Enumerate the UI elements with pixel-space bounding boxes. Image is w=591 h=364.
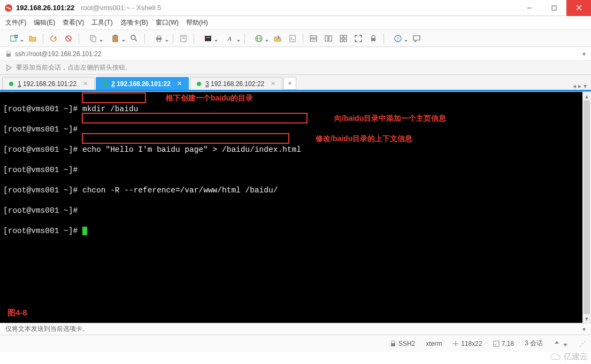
address-url[interactable]: ssh://root@192.168.26.101:22 — [15, 50, 574, 58]
tab-close-icon[interactable]: ✕ — [271, 80, 275, 87]
address-bar: ssh://root@192.168.26.101:22 ▾ — [0, 47, 591, 61]
menu-bar: 文件(F) 编辑(E) 查看(V) 工具(T) 选项卡(B) 窗口(W) 帮助(… — [0, 16, 591, 30]
tile-vertical-button[interactable] — [321, 32, 335, 45]
title-sub: root@vms001:~ - Xshell 5 — [81, 4, 161, 12]
separator — [244, 33, 245, 44]
status-dot-icon — [103, 82, 107, 86]
reconnect-button[interactable] — [47, 32, 60, 45]
paste-button[interactable] — [105, 32, 126, 45]
separator — [173, 33, 173, 44]
svg-rect-33 — [310, 39, 317, 41]
separator — [194, 33, 194, 44]
separator — [303, 33, 303, 44]
minimize-button[interactable] — [517, 0, 542, 16]
svg-line-10 — [67, 37, 70, 40]
add-tab-button[interactable]: + — [283, 77, 296, 90]
svg-rect-2 — [552, 6, 556, 10]
separator — [144, 33, 145, 44]
svg-rect-19 — [157, 40, 160, 42]
lock-button[interactable] — [366, 32, 380, 45]
svg-point-26 — [209, 36, 211, 38]
encoding-button[interactable] — [248, 32, 270, 45]
add-session-arrow-icon[interactable] — [5, 64, 13, 72]
annotation-1: 根下创建一个baidu的目录 — [166, 93, 253, 103]
toolbar: A ? — [0, 30, 591, 47]
annotation-3: 修改/baidu目录的上下文信息 — [316, 134, 412, 144]
maximize-button[interactable] — [542, 0, 566, 16]
scroll-down-icon[interactable]: ▼ — [582, 314, 591, 323]
feedback-button[interactable] — [410, 32, 424, 45]
svg-rect-18 — [157, 36, 160, 38]
address-dropdown-icon[interactable]: ▾ — [577, 50, 591, 58]
xftp-button[interactable] — [271, 32, 285, 45]
properties-button[interactable] — [176, 32, 190, 45]
title-ip: 192.168.26.101:22 — [16, 4, 74, 12]
terminal-area: [root@vms001 ~]# mkdir /baidu [root@vms0… — [0, 92, 591, 323]
tab-close-icon[interactable]: ✕ — [83, 80, 88, 87]
hint-text: 要添加当前会话，点击左侧的箭头按钮。 — [16, 63, 132, 72]
scroll-track[interactable] — [582, 100, 591, 314]
new-session-button[interactable] — [3, 32, 25, 45]
status-dot-icon — [197, 82, 201, 86]
svg-point-15 — [131, 35, 135, 40]
fullscreen-button[interactable] — [351, 32, 365, 45]
close-button[interactable] — [566, 0, 591, 16]
menu-edit[interactable]: 编辑(E) — [34, 18, 55, 27]
lock-icon — [5, 51, 12, 57]
svg-text:?: ? — [397, 36, 400, 42]
copy-button[interactable] — [82, 32, 104, 45]
tab-row: 1 192.168.26.101:22 ✕ 2 192.168.26.101:2… — [0, 75, 591, 92]
svg-rect-35 — [329, 36, 332, 41]
svg-rect-38 — [340, 39, 343, 42]
hint-bar: 要添加当前会话，点击左侧的箭头按钮。 — [0, 61, 591, 75]
menu-tools[interactable]: 工具(T) — [91, 18, 112, 27]
app-icon — [4, 4, 13, 12]
svg-rect-14 — [114, 35, 117, 36]
font-button[interactable]: A — [220, 32, 241, 45]
svg-rect-32 — [310, 36, 317, 38]
color-scheme-button[interactable] — [197, 32, 219, 45]
svg-rect-12 — [92, 37, 96, 42]
svg-point-24 — [206, 36, 208, 38]
separator — [79, 33, 79, 44]
svg-rect-31 — [290, 35, 295, 42]
svg-rect-40 — [371, 38, 375, 41]
tab-next-icon[interactable]: ▸ — [578, 82, 581, 90]
tab-nav: ◂ ▸ ▾ — [573, 82, 591, 90]
tab-1[interactable]: 1 192.168.26.101:22 ✕ — [2, 77, 95, 90]
open-button[interactable] — [26, 32, 40, 45]
active-tab-stripe — [0, 90, 591, 91]
menu-view[interactable]: 查看(V) — [63, 18, 84, 27]
tab-prev-icon[interactable]: ◂ — [573, 82, 576, 90]
annotation-2: 向/baidu目录中添加一个主页信息 — [334, 113, 446, 123]
scrollbar[interactable]: ▲ ▼ — [582, 92, 591, 323]
tab-3[interactable]: 3 192.168.26.102:22 ✕ — [190, 77, 282, 90]
menu-help[interactable]: 帮助(H) — [186, 18, 208, 27]
figure-label: 图4-8 — [7, 307, 27, 317]
cursor — [82, 227, 87, 235]
svg-line-16 — [135, 39, 137, 41]
terminal[interactable]: [root@vms001 ~]# mkdir /baidu [root@vms0… — [0, 92, 591, 323]
menu-window[interactable]: 窗口(W) — [156, 18, 179, 27]
tile-grid-button[interactable] — [336, 32, 350, 45]
svg-rect-34 — [325, 36, 328, 41]
svg-rect-13 — [113, 36, 118, 42]
script-button[interactable] — [286, 32, 300, 45]
scroll-up-icon[interactable]: ▲ — [582, 92, 591, 100]
disconnect-button[interactable] — [62, 32, 75, 45]
highlight-box-3 — [82, 133, 289, 144]
menu-tab[interactable]: 选项卡(B) — [120, 18, 148, 27]
print-button[interactable] — [148, 32, 170, 45]
help-button[interactable]: ? — [387, 32, 409, 45]
menu-file[interactable]: 文件(F) — [5, 18, 26, 27]
window-buttons — [517, 0, 591, 16]
tab-close-icon[interactable]: ✕ — [177, 80, 182, 87]
tab-list-icon[interactable]: ▾ — [584, 82, 587, 90]
svg-rect-37 — [344, 35, 347, 38]
svg-text:A: A — [227, 35, 232, 42]
find-button[interactable] — [127, 32, 141, 45]
scroll-thumb[interactable] — [584, 100, 590, 314]
highlight-box-2 — [82, 113, 308, 123]
tab-2[interactable]: 2 192.168.26.101:22 ✕ — [96, 77, 189, 90]
tile-horizontal-button[interactable] — [306, 32, 320, 45]
